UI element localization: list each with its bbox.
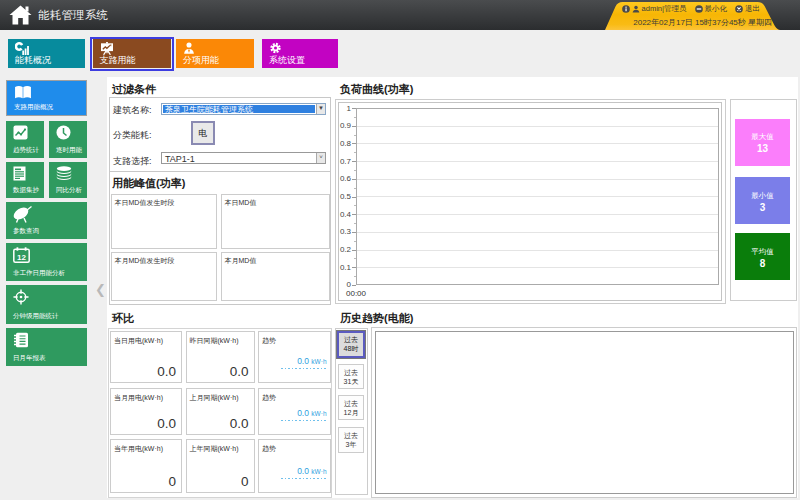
svg-text:12: 12 bbox=[17, 253, 26, 262]
